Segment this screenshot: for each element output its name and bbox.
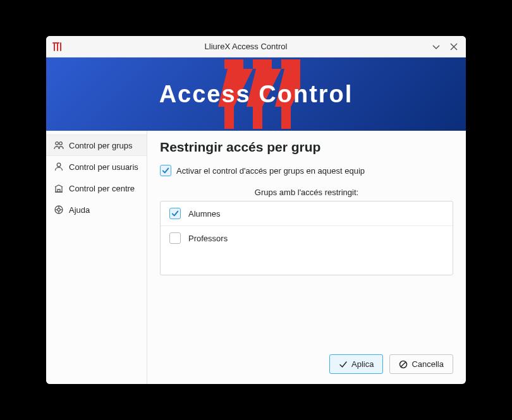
app-icon [52, 42, 63, 52]
enable-control-row: Activar el control d'accés per grups en … [160, 165, 453, 176]
sidebar: Control per grups Control per usuaris Co… [46, 131, 147, 384]
body: Control per grups Control per usuaris Co… [46, 131, 466, 384]
group-list: Alumnes Professors [160, 201, 453, 275]
apply-button[interactable]: Aplica [329, 354, 383, 374]
cancel-button-label: Cancella [411, 359, 444, 369]
svg-point-7 [56, 142, 59, 145]
group-row[interactable]: Alumnes [161, 201, 453, 226]
page-heading: Restringir accés per grup [160, 140, 453, 155]
check-icon [339, 360, 348, 369]
titlebar: LliureX Access Control [46, 36, 466, 57]
enable-control-checkbox[interactable] [160, 165, 171, 176]
group-name: Alumnes [188, 209, 221, 219]
sidebar-item-groups[interactable]: Control per grups [46, 135, 147, 156]
banner: Access Control [46, 57, 466, 131]
group-name: Professors [188, 234, 228, 243]
svg-point-9 [57, 163, 61, 167]
application-window: LliureX Access Control Access Control [46, 36, 466, 384]
cancel-icon [399, 360, 408, 369]
sidebar-item-users[interactable]: Control per usuaris [46, 156, 147, 177]
close-button[interactable] [448, 41, 460, 52]
svg-point-12 [58, 208, 60, 211]
sidebar-item-label: Control per usuaris [69, 162, 138, 172]
svg-point-8 [59, 142, 63, 145]
sidebar-item-label: Control per grups [69, 141, 132, 150]
enable-control-label: Activar el control d'accés per grups en … [176, 166, 365, 176]
banner-title: Access Control [159, 81, 353, 108]
users-group-icon [54, 140, 64, 150]
sidebar-item-centre[interactable]: Control per centre [46, 177, 147, 199]
group-checkbox[interactable] [169, 208, 181, 219]
window-title: LliureX Access Control [68, 42, 424, 51]
sidebar-item-label: Control per centre [69, 184, 135, 193]
main-content: Restringir accés per grup Activar el con… [147, 131, 466, 384]
svg-line-18 [401, 362, 406, 367]
footer-buttons: Aplica Cancella [160, 347, 453, 374]
group-list-label: Grups amb l'accés restringit: [160, 188, 453, 197]
cancel-button[interactable]: Cancella [389, 354, 453, 374]
building-icon [54, 183, 64, 193]
user-icon [54, 162, 64, 172]
group-checkbox[interactable] [169, 232, 181, 244]
apply-button-label: Aplica [351, 359, 374, 369]
sidebar-item-label: Ajuda [69, 205, 90, 215]
minimize-button[interactable] [430, 41, 442, 52]
help-icon [54, 205, 64, 215]
sidebar-item-help[interactable]: Ajuda [46, 199, 147, 220]
group-row[interactable]: Professors [161, 226, 453, 250]
